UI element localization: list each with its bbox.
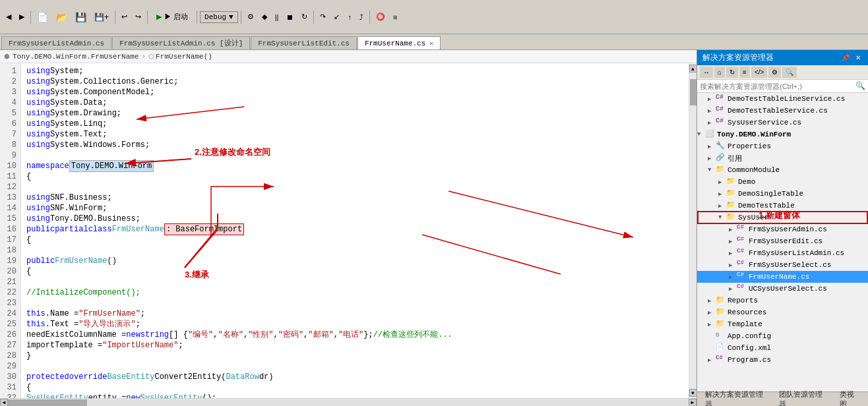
attach-btn[interactable]: ⚙ <box>244 11 257 23</box>
se-refresh-btn[interactable]: ↻ <box>726 67 738 78</box>
tree-item-demosingletable[interactable]: ▶ 📁 DemoSingleTable <box>697 188 868 200</box>
tab-close-icon[interactable]: ✕ <box>429 40 433 47</box>
code-line-20: { <box>26 266 689 277</box>
step-into-btn[interactable]: ↙ <box>330 11 343 23</box>
tree-item-frmsysuserselect[interactable]: ▶ C# FrmSysUserSelect.cs <box>697 259 868 271</box>
tree-item-project[interactable]: ▼ ⬜ Tony.DEMO.WinForm <box>697 129 868 140</box>
scroll-left-btn[interactable]: ◀ <box>0 399 8 407</box>
item-label: FrmSysUserEdit.cs <box>749 237 822 245</box>
se-pin-btn[interactable]: 📌 <box>840 53 852 62</box>
tree-item-demotesttableservice[interactable]: ▶ C# DemoTestTableService.cs <box>697 105 868 117</box>
tree-item-commonmodule[interactable]: ▼ 📁 CommonModule <box>697 164 868 176</box>
h-scroll-thumb[interactable] <box>8 399 87 406</box>
scroll-thumb[interactable] <box>690 79 697 105</box>
item-label: FrmSysUserAdmin.cs <box>749 225 827 233</box>
tab-frmusername[interactable]: FrmUserName.cs ✕ <box>357 36 441 49</box>
tree-item-resources[interactable]: ▶ 📁 Resources <box>697 306 868 318</box>
save-all-btn[interactable]: 💾+ <box>91 11 112 24</box>
tree-item-appconfig[interactable]: ⚙ App.config <box>697 330 868 342</box>
scroll-track[interactable] <box>689 72 697 389</box>
toolbar-btn3[interactable]: ⏹ <box>283 11 297 23</box>
undo-btn[interactable]: ↩ <box>118 11 131 23</box>
se-prop-btn[interactable]: ⚙ <box>768 67 781 78</box>
h-scroll-track[interactable] <box>8 399 689 406</box>
debug-dropdown[interactable]: Debug ▼ <box>200 11 238 23</box>
vertical-scrollbar[interactable]: ▲ ▼ <box>689 63 697 398</box>
code-content[interactable]: using System; using System.Collections.G… <box>21 63 689 398</box>
forward-btn[interactable]: ▶ <box>16 11 28 23</box>
tree-item-template[interactable]: ▶ 📁 Template <box>697 318 868 330</box>
expand-arrow: ▶ <box>729 274 737 281</box>
item-label: Reports <box>728 297 758 304</box>
start-btn[interactable]: ▶ ▶ 启动 <box>150 10 194 24</box>
expand-arrow: ▼ <box>697 131 705 138</box>
tree-item-sysuserservice[interactable]: ▶ C# SysUserService.cs <box>697 117 868 129</box>
item-label: Tony.DEMO.WinForm <box>717 130 791 138</box>
tree-item-demotesttable[interactable]: ▶ 📁 DemoTestTable <box>697 200 868 212</box>
tab-frmsysuseredit[interactable]: FrmSysUserListEdit.cs <box>251 36 357 49</box>
toolbar-btn4[interactable]: ↻ <box>298 11 311 23</box>
bottom-tab-class[interactable]: 类视图 <box>834 388 865 407</box>
new-file-btn[interactable]: 📄 <box>34 10 51 24</box>
props-icon: 🔧 <box>716 141 726 152</box>
code-line-31: { <box>26 382 689 393</box>
se-sync-btn[interactable]: ↔ <box>700 67 713 78</box>
redo-btn[interactable]: ↪ <box>132 11 144 23</box>
expand-arrow: ▶ <box>708 321 716 328</box>
folder-icon: 📁 <box>716 165 726 175</box>
code-line-16: public partial class FrmUserName : BaseF… <box>26 224 689 235</box>
se-filter-btn[interactable]: 🔍 <box>782 67 797 78</box>
bp-btn[interactable]: ⭕ <box>373 11 388 23</box>
toolbar-btn1[interactable]: ◆ <box>259 11 270 23</box>
sep2 <box>115 11 115 24</box>
tree-item-demo[interactable]: ▶ 📁 Demo <box>697 176 868 188</box>
se-search-input[interactable] <box>700 82 855 90</box>
tree-item-demotesttablelineservice[interactable]: ▶ C# DemoTestTableLineService.cs <box>697 93 868 105</box>
se-collapse-btn[interactable]: ≡ <box>739 67 750 78</box>
item-label: FrmUserName.cs <box>749 273 809 281</box>
tree-item-programcs[interactable]: ▶ C# Program.cs <box>697 354 868 366</box>
toolbar-btn5[interactable]: ⤴ <box>356 11 367 23</box>
bottom-tab-se[interactable]: 解决方案资源管理器 <box>700 388 771 407</box>
item-label: Demo <box>738 178 755 186</box>
se-code-btn[interactable]: </> <box>751 67 767 78</box>
code-line-3: using System.ComponentModel; <box>26 87 689 98</box>
toolbar-btn6[interactable]: ≡ <box>390 11 400 23</box>
toolbar-btn2[interactable]: || <box>272 11 282 23</box>
se-search-icon[interactable]: 🔍 <box>855 81 865 91</box>
expand-arrow: ▶ <box>729 226 737 233</box>
open-btn[interactable]: 📂 <box>53 10 71 24</box>
se-home-btn[interactable]: ⌂ <box>714 67 725 78</box>
code-line-22: //InitializeComponent(); <box>26 287 689 298</box>
tree-item-reports[interactable]: ▶ 📁 Reports <box>697 295 868 306</box>
horizontal-scrollbar[interactable]: ◀ ▶ <box>0 398 697 406</box>
scroll-right-btn[interactable]: ▶ <box>689 399 697 407</box>
tree-item-frmsysuseredit[interactable]: ▶ C# FrmSysUserEdit.cs <box>697 235 868 247</box>
tree-item-frmsysuserlistadmin[interactable]: ▶ C# FrmSysUserListAdmin.cs <box>697 247 868 259</box>
tree-item-ucsysuserselect[interactable]: ▶ C# UCSysUserSelect.cs <box>697 283 868 295</box>
tree-item-frmusername[interactable]: ▶ C# FrmUserName.cs <box>697 271 868 283</box>
tree-item-configxml[interactable]: 📄 Config.xml <box>697 342 868 354</box>
tree-item-references[interactable]: ▶ 🔗 引用 <box>697 152 868 164</box>
se-close-btn[interactable]: ✕ <box>853 53 863 62</box>
cs-icon: C# <box>737 260 747 270</box>
tree-item-frmsysuseradmin[interactable]: ▶ C# FrmSysUserAdmin.cs <box>697 223 868 235</box>
tree-item-sysuser[interactable]: ▼ 📁 SysUser <box>697 212 868 223</box>
tab-frmsysuserlistadmin[interactable]: FrmSysUserListAdmin.cs <box>1 36 111 49</box>
bottom-tab-team[interactable]: 团队资源管理器 <box>774 388 832 407</box>
tree-item-properties[interactable]: ▶ 🔧 Properties <box>697 140 868 152</box>
back-btn[interactable]: ◀ <box>3 11 15 23</box>
tab-frmsysuserlistadmin-design[interactable]: FrmSysUserListAdmin.cs [设计] <box>112 36 250 49</box>
code-line-26: needExistColumnName = new string[] { "编号… <box>26 330 689 340</box>
expand-arrow: ▶ <box>718 202 726 210</box>
item-label: SysUserService.cs <box>728 119 801 127</box>
save-btn[interactable]: 💾 <box>72 10 90 24</box>
step-out-btn[interactable]: ↑ <box>344 11 355 23</box>
step-over-btn[interactable]: ↷ <box>317 11 329 23</box>
code-line-25: this.Text = "导入导出演示"; <box>26 319 689 330</box>
scroll-up-btn[interactable]: ▲ <box>689 65 697 72</box>
code-line-27: importTemplate = "ImportUserName"; <box>26 340 689 351</box>
scroll-down-btn[interactable]: ▼ <box>689 389 697 397</box>
se-tree[interactable]: ▶ C# DemoTestTableLineService.cs ▶ C# De… <box>697 93 868 392</box>
code-line-11: { <box>26 171 689 182</box>
